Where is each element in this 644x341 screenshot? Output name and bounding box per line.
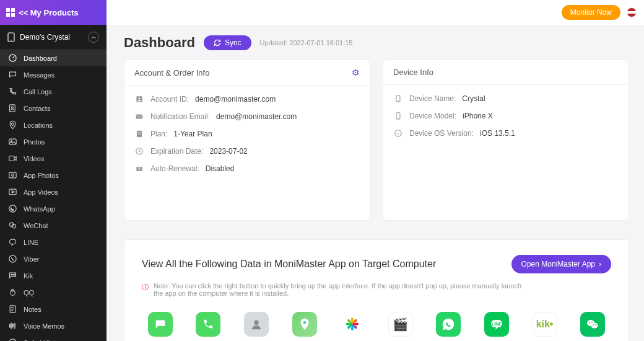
info-value: iPhone X <box>463 112 493 120</box>
language-flag-icon[interactable] <box>627 7 637 17</box>
device-info-card: Device Info Device Name: CrystalDevice M… <box>383 60 629 221</box>
info-label: Auto-Renewal: <box>150 164 199 173</box>
info-label: Account ID: <box>150 95 189 104</box>
sidebar-item-messages[interactable]: Messages <box>0 66 107 83</box>
svg-rect-30 <box>9 324 10 327</box>
sidebar-item-safari-history[interactable]: Safari History <box>0 334 107 341</box>
svg-rect-13 <box>9 172 15 178</box>
info-label: Device OS Version: <box>409 129 474 138</box>
sidebar-item-whatsapp[interactable]: WhatsApp <box>0 200 107 217</box>
topbar: Monitor Now <box>107 0 644 25</box>
svg-point-58 <box>589 322 590 323</box>
sidebar-device-row[interactable]: Demo's Crystal ︿ <box>0 25 107 50</box>
sidebar-item-label: Call Logs <box>24 88 52 95</box>
sidebar-item-photos[interactable]: Photos <box>0 133 107 150</box>
svg-rect-15 <box>9 189 15 195</box>
locations-icon <box>7 120 17 130</box>
svg-rect-3 <box>11 13 15 17</box>
svg-point-57 <box>591 323 598 329</box>
sidebar-item-wechat[interactable]: WeChat <box>0 217 107 234</box>
sidebar-item-label: Videos <box>24 155 44 162</box>
sidebar-item-locations[interactable]: Locations <box>0 117 107 133</box>
tile-wechat[interactable]: Wechat <box>574 312 611 341</box>
tile-icon <box>340 312 365 337</box>
open-button-label: Open MoniMaster App <box>521 260 595 268</box>
safarihistory-icon <box>7 338 17 342</box>
sidebar-item-label: Safari History <box>24 339 64 342</box>
sidebar-item-label: Voice Memos <box>24 322 64 330</box>
page-title: Dashboard <box>124 35 195 51</box>
info-label: Expiration Date: <box>150 147 203 156</box>
wechat-icon <box>7 221 17 231</box>
sidebar-item-contacts[interactable]: Contacts <box>0 100 107 117</box>
tile-kik[interactable]: kik•Kik <box>526 312 564 341</box>
svg-rect-38 <box>136 115 143 119</box>
sync-label: Sync <box>225 38 242 47</box>
svg-rect-31 <box>11 323 12 329</box>
svg-point-20 <box>9 255 15 262</box>
svg-point-9 <box>11 123 14 125</box>
sidebar-item-kik[interactable]: Kik <box>0 267 107 284</box>
info-value: demo@monimaster.com <box>195 95 276 104</box>
sidebar-item-notes[interactable]: Notes <box>0 301 107 317</box>
tile-icon <box>292 312 317 337</box>
sidebar-header[interactable]: << My Products <box>0 0 107 25</box>
grid-icon <box>6 8 15 17</box>
sidebar-item-viber[interactable]: Viber <box>0 250 107 267</box>
device-info-row: Device Model: iPhone X <box>383 107 629 125</box>
row-icon <box>134 146 144 156</box>
sidebar-item-dashboard[interactable]: Dashboard <box>0 50 107 66</box>
sidebar-item-line[interactable]: LINE <box>0 234 107 250</box>
info-label: Device Name: <box>409 94 456 103</box>
svg-rect-33 <box>14 324 15 329</box>
info-value: iOS 13.5.1 <box>480 129 515 138</box>
sidebar-item-label: QQ <box>24 289 34 296</box>
sidebar-header-label: << My Products <box>19 8 79 17</box>
sidebar-item-label: Photos <box>24 138 45 146</box>
tile-photos[interactable]: Photos <box>334 312 371 341</box>
row-icon: $ <box>134 164 144 174</box>
svg-point-22 <box>12 275 13 275</box>
tile-videos[interactable]: 🎬Videos <box>382 312 419 341</box>
updated-timestamp: Updated: 2022-07-01 16:01:15 <box>260 39 353 46</box>
tile-line[interactable]: LINELine <box>478 312 515 341</box>
tile-locations[interactable]: Locations <box>286 312 323 341</box>
sidebar: << My Products Demo's Crystal ︿ Dashboar… <box>0 0 107 341</box>
row-icon <box>393 128 403 138</box>
sidebar-item-app-photos[interactable]: App Photos <box>0 167 107 184</box>
sidebar-item-label: Notes <box>24 306 41 313</box>
sidebar-item-voice-memos[interactable]: Voice Memos <box>0 317 107 334</box>
voicememos-icon <box>7 321 17 331</box>
svg-point-60 <box>593 324 594 326</box>
appvideos-icon <box>7 187 17 197</box>
tile-icon: LINE <box>484 312 509 337</box>
tile-icon <box>244 312 269 337</box>
section-note: ⓘ Note: You can click the right button t… <box>142 282 526 297</box>
sidebar-item-call-logs[interactable]: Call Logs <box>0 83 107 100</box>
tile-call-logs[interactable]: Call Logs <box>190 312 227 341</box>
tile-icon <box>196 312 220 337</box>
page-header: Dashboard Sync Updated: 2022-07-01 16:01… <box>124 35 629 51</box>
sidebar-item-label: Contacts <box>24 105 50 112</box>
tile-messages[interactable]: Messages <box>142 312 179 341</box>
svg-point-24 <box>10 290 15 296</box>
svg-point-21 <box>11 275 12 275</box>
sidebar-item-videos[interactable]: Videos <box>0 150 107 167</box>
sidebar-item-qq[interactable]: QQ <box>0 284 107 301</box>
monitor-now-button[interactable]: Monitor Now <box>562 5 620 20</box>
tile-whatsapp[interactable]: WhatsApp <box>430 312 468 341</box>
main-area: Monitor Now Dashboard Sync Updated: 2022… <box>107 0 644 341</box>
sidebar-item-label: WeChat <box>24 222 48 229</box>
view-all-section: View All the Following Data in MoniMaste… <box>124 239 629 341</box>
sidebar-item-label: App Videos <box>24 188 58 196</box>
sync-button[interactable]: Sync <box>204 35 251 50</box>
kik-icon <box>7 271 17 281</box>
gear-icon[interactable]: ⚙ <box>352 68 360 78</box>
svg-point-53 <box>303 321 306 324</box>
sidebar-item-app-videos[interactable]: App Videos <box>0 184 107 200</box>
open-monimaster-button[interactable]: Open MoniMaster App › <box>511 255 611 273</box>
svg-text:LINE: LINE <box>492 322 502 326</box>
info-value: 2023-07-02 <box>209 147 247 156</box>
tile-contacts[interactable]: Contacts <box>238 312 275 341</box>
sidebar-item-label: Messages <box>24 71 54 79</box>
